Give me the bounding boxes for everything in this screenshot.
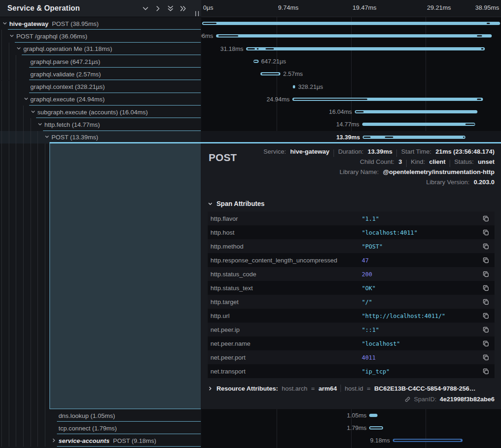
span-row[interactable]: graphql.operation Me (31.18ms)31.18ms — [0, 43, 501, 55]
divider — [406, 160, 407, 167]
attribute-key: net.transport — [210, 368, 362, 375]
span-bar[interactable] — [216, 34, 492, 37]
service-operation-title: Service & Operation — [7, 4, 80, 12]
span-tree-cell[interactable]: subgraph.execute (accounts) (16.04ms) — [0, 106, 201, 118]
waterfall-cell[interactable]: 24.94ms — [201, 93, 501, 106]
resource-key: host.arch — [282, 385, 308, 392]
chevron-down-icon[interactable] — [31, 109, 36, 114]
span-tree-cell[interactable]: graphql.execute (24.94ms) — [0, 93, 201, 106]
copy-icon[interactable] — [482, 284, 490, 292]
copy-icon[interactable] — [482, 298, 490, 306]
span-tree-cell[interactable]: graphql.validate (2.57ms) — [0, 68, 201, 80]
indent-guide — [9, 118, 9, 131]
span-row[interactable]: http.fetch (14.77ms)14.77ms — [0, 118, 501, 131]
chevron-down-icon[interactable] — [9, 33, 14, 38]
copy-icon[interactable] — [482, 367, 490, 375]
span-bar[interactable] — [202, 22, 500, 25]
span-bar[interactable] — [246, 47, 485, 50]
span-tree-cell[interactable]: http.fetch (14.77ms) — [0, 118, 201, 131]
copy-icon[interactable] — [482, 311, 490, 320]
chevron-down-icon[interactable] — [24, 96, 29, 101]
span-bar[interactable] — [355, 110, 477, 113]
waterfall-cell[interactable]: 31.18ms — [201, 43, 501, 55]
resource-value: arm64 — [318, 385, 337, 392]
copy-icon[interactable] — [482, 270, 490, 278]
span-tree-cell[interactable]: dns.lookup (1.05ms) — [0, 409, 201, 422]
waterfall-cell[interactable]: 328.21µs — [201, 81, 501, 93]
attribute-row: net.peer.port4011 — [208, 350, 495, 364]
span-row[interactable]: subgraph.execute (accounts) (16.04ms)16.… — [0, 106, 501, 118]
span-tree-cell[interactable]: POST (13.39ms) — [0, 131, 201, 143]
waterfall-cell[interactable]: 14.77ms — [201, 118, 501, 131]
span-row[interactable]: hive-gateway POST (38.95ms)38.95ms — [0, 17, 501, 30]
chevron-down-icon[interactable] — [37, 122, 43, 127]
span-row[interactable]: service-accounts POST (9.18ms)9.18ms — [0, 434, 501, 447]
copy-icon[interactable] — [482, 353, 490, 361]
link-icon[interactable] — [404, 396, 411, 403]
span-name: tcp.connect (1.79ms) — [58, 424, 117, 431]
span-row[interactable]: graphql.validate (2.57ms)2.57ms — [0, 68, 501, 80]
span-row[interactable]: POST /graphql (36.06ms)36.06ms — [0, 30, 501, 42]
span-row[interactable]: dns.lookup (1.05ms)1.05ms — [0, 409, 501, 422]
span-tree-cell[interactable]: hive-gateway POST (38.95ms) — [0, 17, 201, 30]
duration-label: 14.77ms — [336, 121, 359, 128]
indent-guide — [16, 68, 16, 80]
copy-icon[interactable] — [482, 214, 490, 223]
expand-all-icon[interactable] — [179, 5, 186, 12]
span-row[interactable]: graphql.execute (24.94ms)24.94ms — [0, 93, 501, 106]
span-row[interactable]: graphql.context (328.21µs)328.21µs — [0, 81, 501, 93]
waterfall-cell[interactable]: 9.18ms — [201, 434, 501, 447]
copy-icon[interactable] — [482, 228, 490, 236]
collapse-all-icon[interactable] — [167, 5, 174, 12]
span-name: service-accounts POST (9.18ms) — [58, 437, 156, 444]
span-tree-cell[interactable]: POST /graphql (36.06ms) — [0, 30, 201, 42]
span-tree-cell[interactable]: service-accounts POST (9.18ms) — [0, 434, 201, 447]
copy-icon[interactable] — [482, 256, 490, 264]
span-row[interactable]: graphql.parse (647.21µs)647.21µs — [0, 55, 501, 68]
waterfall-cell[interactable]: 1.05ms — [201, 409, 501, 422]
span-bar[interactable] — [363, 136, 465, 139]
waterfall-cell[interactable]: 16.04ms — [201, 106, 501, 118]
span-bar[interactable] — [293, 85, 295, 88]
waterfall-cell[interactable]: 647.21µs — [201, 55, 501, 68]
indent-guide — [9, 55, 9, 68]
span-tree-cell[interactable]: graphql.context (328.21µs) — [0, 81, 201, 93]
span-tree-cell[interactable]: tcp.connect (1.79ms) — [0, 422, 201, 434]
span-bar[interactable] — [362, 123, 475, 126]
chevron-down-icon[interactable] — [16, 46, 21, 51]
waterfall-cell[interactable]: 38.95ms — [201, 17, 501, 30]
span-bar[interactable] — [369, 414, 377, 417]
copy-icon[interactable] — [482, 339, 490, 348]
panel-resize-grip[interactable] — [195, 11, 199, 16]
duration-label: 24.94ms — [266, 96, 290, 103]
indent-guide — [37, 434, 38, 447]
waterfall-cell[interactable]: 36.06ms — [201, 30, 501, 42]
span-meta: Service:hive-gatewayDuration:13.39msStar… — [263, 148, 495, 189]
expand-one-icon[interactable] — [154, 5, 161, 12]
indent-guide — [9, 68, 9, 80]
indent-guide — [37, 131, 38, 143]
chevron-down-icon[interactable] — [2, 21, 7, 26]
span-attributes-header[interactable]: Span Attributes — [208, 200, 495, 207]
span-tree-cell[interactable]: graphql.operation Me (31.18ms) — [0, 43, 201, 55]
chevron-down-icon[interactable] — [44, 134, 49, 139]
child-span-marker — [218, 35, 238, 37]
span-title: POST — [209, 152, 237, 164]
meta-value: 13.39ms — [368, 148, 392, 155]
duration-label: 16.04ms — [329, 108, 352, 115]
indent-guide — [45, 409, 45, 422]
span-tree-cell[interactable]: graphql.parse (647.21µs) — [0, 55, 201, 68]
copy-icon[interactable] — [482, 325, 490, 334]
waterfall-cell[interactable]: 2.57ms — [201, 68, 501, 80]
chevron-right-icon[interactable] — [51, 438, 56, 443]
span-row[interactable]: tcp.connect (1.79ms)1.79ms — [0, 422, 501, 434]
waterfall-cell[interactable]: 1.79ms — [201, 422, 501, 434]
indent-guide — [16, 422, 16, 434]
span-tree-header: Service & Operation — [0, 0, 201, 17]
span-row[interactable]: POST (13.39ms)13.39ms — [0, 131, 501, 143]
collapse-one-icon[interactable] — [142, 5, 149, 12]
waterfall-cell[interactable]: 13.39ms — [201, 131, 501, 143]
copy-icon[interactable] — [482, 242, 490, 250]
indent-guide — [23, 118, 24, 131]
resource-attributes-title[interactable]: Resource Attributes: — [216, 385, 278, 392]
